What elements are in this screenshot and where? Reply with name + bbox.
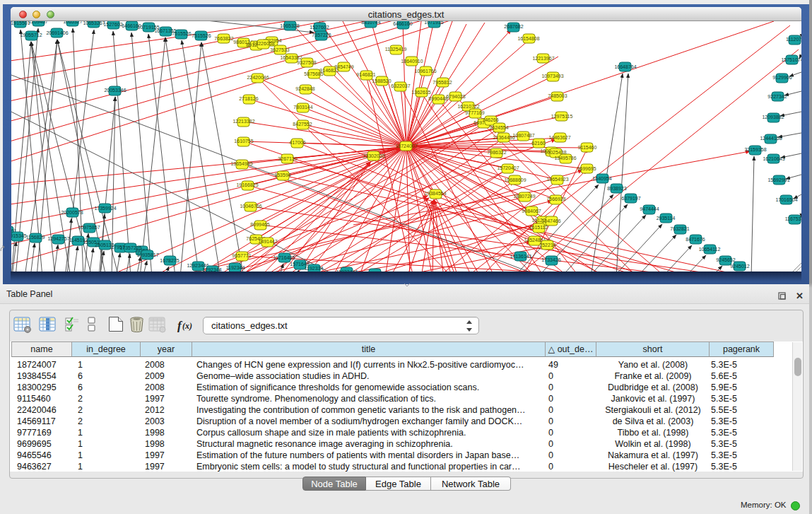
svg-text:8938923: 8938923	[607, 186, 626, 191]
svg-text:1047466: 1047466	[541, 218, 560, 223]
svg-text:1209467: 1209467	[28, 21, 47, 24]
svg-text:1071915: 1071915	[424, 21, 443, 25]
svg-text:19055712: 19055712	[20, 33, 42, 37]
svg-text:10935817: 10935817	[136, 252, 158, 257]
svg-text:11325419: 11325419	[385, 47, 407, 52]
svg-text:1112074: 1112074	[786, 37, 801, 42]
svg-text:9327508: 9327508	[297, 60, 316, 65]
svg-text:9115460: 9115460	[578, 145, 597, 150]
svg-text:20200578: 20200578	[61, 210, 83, 215]
svg-text:3624554: 3624554	[489, 125, 508, 130]
svg-text:1640954: 1640954	[592, 176, 611, 181]
svg-text:1527602: 1527602	[310, 25, 329, 30]
svg-text:14463627: 14463627	[548, 135, 570, 140]
svg-text:19166825: 19166825	[236, 182, 258, 187]
svg-text:15692991: 15692991	[767, 177, 789, 182]
svg-text:14136141: 14136141	[510, 254, 531, 259]
svg-text:3267130: 3267130	[278, 156, 297, 161]
svg-text:1167534: 1167534	[785, 216, 801, 221]
svg-text:17016504: 17016504	[775, 197, 797, 202]
svg-text:417006: 417006	[289, 140, 305, 145]
svg-text:7986322: 7986322	[487, 150, 506, 155]
svg-text:9474444: 9474444	[640, 206, 659, 211]
svg-text:18724007: 18724007	[395, 144, 417, 148]
svg-text:12975115: 12975115	[551, 114, 573, 119]
svg-text:8990448: 8990448	[428, 96, 447, 101]
svg-text:21364436: 21364436	[493, 135, 514, 140]
svg-text:19384554: 19384554	[424, 191, 446, 196]
svg-text:17359924: 17359924	[94, 206, 116, 211]
svg-text:20691406: 20691406	[46, 30, 68, 35]
svg-text:2935114: 2935114	[657, 216, 676, 221]
svg-text:11716485: 11716485	[273, 255, 295, 260]
svg-text:7955812: 7955812	[433, 80, 452, 85]
svg-text:13226058: 13226058	[252, 41, 274, 46]
svg-text:2718126: 2718126	[239, 96, 258, 101]
svg-text:16648764: 16648764	[614, 64, 636, 69]
svg-text:19654923: 19654923	[546, 177, 568, 182]
svg-text:9777169: 9777169	[465, 110, 484, 115]
svg-text:9242848: 9242848	[295, 86, 314, 91]
svg-text:15751074: 15751074	[781, 57, 801, 62]
svg-text:1615112: 1615112	[529, 225, 548, 230]
svg-text:1065328: 1065328	[280, 23, 299, 28]
svg-text:23302035: 23302035	[363, 153, 384, 158]
svg-text:9146821: 9146821	[319, 68, 339, 73]
svg-text:10046766: 10046766	[240, 204, 261, 209]
svg-text:8471676: 8471676	[686, 237, 705, 242]
svg-text:6322037: 6322037	[391, 83, 410, 88]
svg-text:7632821: 7632821	[670, 226, 689, 231]
svg-text:16154808: 16154808	[517, 36, 539, 41]
svg-text:10961766: 10961766	[414, 69, 436, 74]
svg-text:7485003: 7485003	[548, 93, 567, 98]
svg-text:6466160: 6466160	[393, 21, 412, 26]
svg-text:10973493: 10973493	[541, 74, 563, 78]
svg-text:16210643: 16210643	[763, 156, 784, 161]
svg-text:12942757: 12942757	[47, 236, 69, 241]
svg-text:9146821: 9146821	[356, 72, 375, 77]
svg-text:1491447: 1491447	[258, 239, 277, 244]
svg-text:9245012: 9245012	[730, 264, 749, 269]
svg-text:10807487: 10807487	[512, 133, 534, 138]
svg-text:16543382: 16543382	[280, 55, 302, 60]
svg-text:1915501: 1915501	[11, 21, 30, 25]
svg-text:12444158: 12444158	[760, 136, 782, 141]
svg-text:7566928: 7566928	[546, 197, 565, 201]
svg-text:9129906: 9129906	[772, 75, 792, 80]
svg-text:9227342: 9227342	[767, 94, 787, 99]
svg-text:17357225: 17357225	[119, 245, 141, 250]
svg-text:9245652: 9245652	[716, 257, 735, 262]
svg-text:8099465: 8099465	[250, 222, 269, 227]
svg-text:18807249: 18807249	[513, 194, 535, 199]
svg-text:19654985: 19654985	[230, 161, 252, 166]
svg-text:10653267: 10653267	[83, 21, 105, 25]
svg-text:9084067: 9084067	[522, 209, 541, 214]
svg-text:18640910: 18640910	[401, 59, 423, 64]
svg-text:1192344: 1192344	[226, 265, 245, 270]
svg-text:12093882: 12093882	[762, 115, 784, 119]
svg-text:7515526: 7515526	[192, 33, 211, 38]
svg-text:6794028: 6794028	[446, 94, 465, 99]
svg-text:7515526: 7515526	[172, 31, 191, 36]
svg-text:1362615: 1362615	[411, 90, 430, 95]
svg-text:1733426: 1733426	[541, 257, 560, 262]
svg-text:252214: 252214	[539, 243, 555, 247]
svg-text:(x): (x)	[182, 321, 192, 331]
svg-text:9657771: 9657771	[232, 253, 251, 258]
svg-text:746266: 746266	[482, 117, 498, 122]
svg-text:6379197: 6379197	[621, 196, 640, 201]
svg-text:7357226: 7357226	[312, 33, 331, 37]
svg-text:9699695: 9699695	[577, 166, 596, 171]
svg-text:7663822: 7663822	[214, 36, 233, 41]
svg-text:8427552: 8427552	[293, 122, 312, 127]
svg-text:2687682: 2687682	[504, 24, 523, 29]
svg-text:22420046: 22420046	[247, 75, 269, 80]
svg-text:10654112: 10654112	[699, 247, 721, 252]
svg-text:1610755: 1610755	[234, 139, 253, 144]
svg-text:3627533: 3627533	[270, 47, 289, 52]
svg-text:1527602: 1527602	[103, 22, 122, 27]
svg-text:12213382: 12213382	[233, 119, 254, 124]
svg-text:1192334: 1192334	[305, 266, 324, 271]
svg-text:13495786: 13495786	[554, 156, 576, 160]
svg-text:1678275: 1678275	[160, 258, 179, 263]
